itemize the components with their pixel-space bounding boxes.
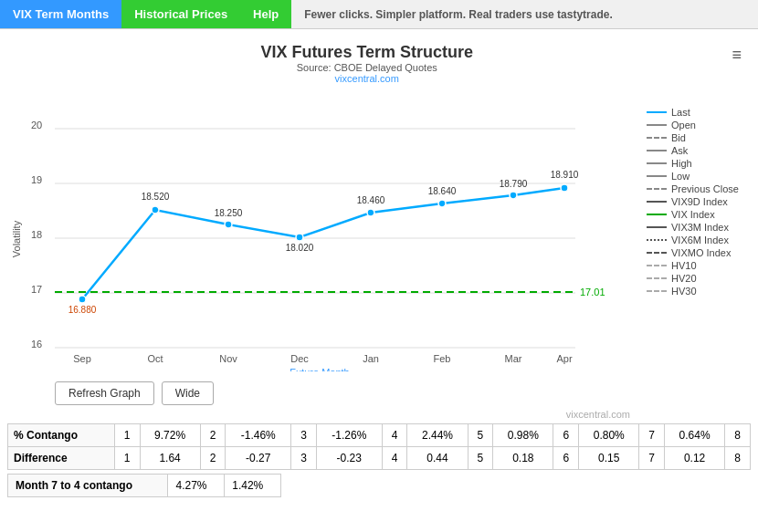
diff-n6: 6 (553, 447, 579, 470)
diff-v1: 1.64 (140, 447, 200, 470)
legend-vixmo: VIXMO Index (647, 247, 749, 258)
svg-text:16: 16 (31, 339, 42, 349)
diff-v5: 0.18 (493, 447, 553, 470)
contango-n8: 8 (725, 424, 751, 447)
svg-text:Apr: Apr (556, 353, 572, 364)
legend-hv20: HV20 (647, 273, 749, 284)
diff-v6: 0.15 (579, 447, 639, 470)
contango-table: % Contango 1 9.72% 2 -1.46% 3 -1.26% 4 2… (7, 423, 751, 470)
legend-hv30: HV30 (647, 286, 749, 297)
diff-v3: -0.23 (316, 447, 382, 470)
legend-open: Open (647, 120, 749, 130)
menu-icon[interactable]: ≡ (724, 38, 749, 72)
month-contango-table: Month 7 to 4 contango 4.27% 1.42% (7, 474, 281, 497)
svg-point-25 (296, 234, 303, 241)
chart-container: VIX Futures Term Structure Source: CBOE … (0, 29, 758, 420)
legend-prev-close: Previous Close (647, 183, 749, 194)
svg-text:18.790: 18.790 (500, 179, 528, 189)
contango-row: % Contango 1 9.72% 2 -1.46% 3 -1.26% 4 2… (8, 424, 751, 447)
svg-text:18.020: 18.020 (286, 243, 314, 253)
diff-n5: 5 (468, 447, 493, 470)
svg-point-26 (367, 209, 374, 216)
svg-text:Dec: Dec (290, 353, 309, 364)
svg-text:Future Month: Future Month (290, 367, 349, 371)
month-contango-row: Month 7 to 4 contango 4.27% 1.42% (8, 475, 281, 497)
legend-high: High (647, 158, 749, 169)
month-contango-val1: 4.27% (168, 475, 225, 497)
contango-n3: 3 (291, 424, 317, 447)
diff-n2: 2 (200, 447, 226, 470)
navigation-bar: VIX Term Months Historical Prices Help F… (0, 0, 758, 29)
legend-ask: Ask (647, 145, 749, 156)
diff-v7: 0.12 (665, 447, 725, 470)
legend-bid: Bid (647, 132, 749, 143)
chart-buttons: Refresh Graph Wide (55, 381, 749, 405)
svg-text:18.640: 18.640 (428, 186, 457, 196)
chart-legend: Last Open Bid Ask High Low (639, 89, 749, 374)
svg-text:18.460: 18.460 (357, 195, 385, 205)
svg-point-24 (225, 221, 232, 228)
svg-point-27 (438, 200, 446, 207)
svg-text:18.250: 18.250 (215, 208, 243, 218)
contango-v1: 9.72% (140, 424, 200, 447)
difference-row: Difference 1 1.64 2 -0.27 3 -0.23 4 0.44… (8, 447, 751, 470)
legend-vix: VIX Index (647, 209, 749, 220)
svg-text:Sep: Sep (73, 353, 91, 364)
svg-text:Feb: Feb (434, 353, 451, 364)
month-contango-label: Month 7 to 4 contango (8, 475, 168, 497)
svg-text:17.01: 17.01 (580, 287, 605, 297)
diff-n3: 3 (291, 447, 317, 470)
contango-v7: 0.64% (665, 424, 725, 447)
svg-point-29 (561, 184, 568, 192)
contango-n5: 5 (468, 424, 493, 447)
contango-v3: -1.26% (316, 424, 382, 447)
chart-wrap: 20 19 18 17 16 Volatility Sep Oct Nov De… (9, 89, 749, 374)
diff-n7: 7 (639, 447, 665, 470)
svg-text:19: 19 (31, 174, 42, 185)
contango-n4: 4 (382, 424, 407, 447)
svg-point-28 (510, 192, 517, 199)
contango-n7: 7 (639, 424, 665, 447)
contango-v6: 0.80% (579, 424, 639, 447)
chart-source: Source: CBOE Delayed Quotes (9, 62, 724, 73)
data-tables: % Contango 1 9.72% 2 -1.46% 3 -1.26% 4 2… (0, 423, 758, 505)
contango-n6: 6 (553, 424, 579, 447)
svg-text:Volatility: Volatility (11, 220, 22, 257)
wide-button[interactable]: Wide (162, 381, 214, 405)
tab-help[interactable]: Help (240, 0, 291, 28)
svg-text:18.520: 18.520 (142, 192, 170, 202)
svg-text:Oct: Oct (147, 353, 163, 364)
contango-v2: -1.46% (226, 424, 291, 447)
svg-text:16.880: 16.880 (68, 305, 97, 315)
legend-low: Low (647, 171, 749, 182)
tab-historical-prices[interactable]: Historical Prices (121, 0, 240, 28)
contango-n2: 2 (200, 424, 226, 447)
contango-n1: 1 (114, 424, 140, 447)
svg-text:Nov: Nov (219, 353, 237, 364)
chart-title: VIX Futures Term Structure (9, 43, 724, 62)
svg-text:Mar: Mar (505, 353, 522, 364)
diff-n4: 4 (382, 447, 407, 470)
diff-n1: 1 (114, 447, 140, 470)
vixcentral-credit: vixcentral.com (9, 409, 749, 420)
svg-point-23 (152, 206, 159, 214)
chart-url: vixcentral.com (9, 73, 724, 84)
chart-svg: 20 19 18 17 16 Volatility Sep Oct Nov De… (9, 89, 612, 371)
contango-v4: 2.44% (407, 424, 468, 447)
svg-text:17: 17 (31, 284, 42, 295)
legend-vix9d: VIX9D Index (647, 196, 749, 207)
legend-vix6m: VIX6M Index (647, 235, 749, 245)
contango-v5: 0.98% (493, 424, 553, 447)
month-contango-val2: 1.42% (225, 475, 281, 497)
tab-vix-term-months[interactable]: VIX Term Months (0, 0, 121, 28)
chart-svg-area: 20 19 18 17 16 Volatility Sep Oct Nov De… (9, 89, 639, 374)
diff-v4: 0.44 (407, 447, 468, 470)
contango-label: % Contango (8, 424, 115, 447)
refresh-graph-button[interactable]: Refresh Graph (55, 381, 154, 405)
difference-label: Difference (8, 447, 115, 470)
diff-v2: -0.27 (226, 447, 291, 470)
nav-advertisement: Fewer clicks. Simpler platform. Real tra… (291, 0, 625, 28)
svg-text:Jan: Jan (363, 353, 379, 364)
diff-n8: 8 (725, 447, 751, 470)
svg-text:18.910: 18.910 (551, 170, 579, 180)
